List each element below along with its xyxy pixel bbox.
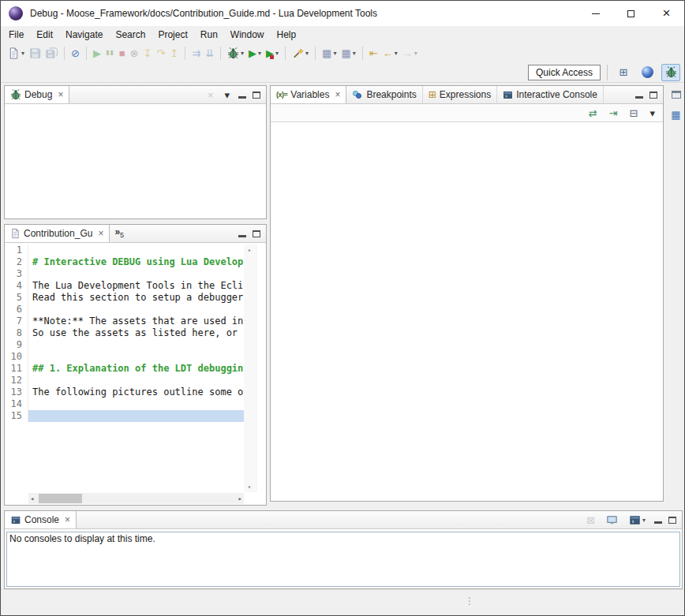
editor-line[interactable]: 8So use the assets as listed here, or bbox=[5, 327, 244, 339]
editor-tab-overflow[interactable]: » 5 bbox=[110, 225, 129, 242]
maximize-view-icon[interactable] bbox=[253, 230, 260, 237]
tab-interactive-console[interactable]: Interactive Console bbox=[497, 86, 604, 103]
save-icon[interactable] bbox=[27, 44, 43, 62]
show-logical-structures-icon[interactable]: ⇄ bbox=[586, 104, 600, 121]
minimize-view-icon[interactable] bbox=[238, 91, 246, 99]
last-edit-location-icon[interactable]: ⇤ bbox=[367, 44, 380, 62]
editor-line[interactable]: 9 bbox=[5, 339, 244, 351]
back-icon[interactable]: ←▾ bbox=[380, 44, 400, 62]
restore-fast-view-icon[interactable] bbox=[669, 86, 683, 103]
scroll-up-icon[interactable]: ▴ bbox=[248, 246, 252, 253]
close-tab-icon[interactable]: × bbox=[65, 514, 70, 525]
close-window-button[interactable]: × bbox=[649, 1, 684, 26]
run-launch-icon[interactable]: ▶▾ bbox=[246, 44, 264, 62]
disconnect-icon[interactable]: ⊗ bbox=[128, 44, 141, 62]
maximize-view-icon[interactable] bbox=[649, 91, 657, 99]
menu-window[interactable]: Window bbox=[224, 28, 271, 42]
editor-line[interactable]: 14 bbox=[5, 398, 244, 410]
lua-perspective-button[interactable] bbox=[638, 64, 657, 81]
external-tools-icon[interactable]: ▶▾ bbox=[264, 44, 281, 62]
maximize-view-icon[interactable] bbox=[668, 517, 676, 524]
editor-horizontal-scrollbar[interactable]: ◂ ▸ bbox=[28, 493, 244, 504]
terminate-icon[interactable]: ■ bbox=[117, 44, 128, 62]
scroll-down-icon[interactable]: ▾ bbox=[248, 483, 252, 491]
menu-help[interactable]: Help bbox=[271, 28, 303, 42]
step-over-icon[interactable]: ↷ bbox=[154, 44, 167, 62]
drop-to-frame-icon[interactable]: ⇊ bbox=[203, 44, 216, 62]
editor-line[interactable]: 13The following pictures outline some o bbox=[5, 386, 244, 398]
scrollbar-thumb[interactable] bbox=[39, 494, 82, 503]
menu-navigate[interactable]: Navigate bbox=[59, 28, 109, 42]
menu-run[interactable]: Run bbox=[194, 28, 224, 42]
suspend-icon[interactable]: ▮▮ bbox=[103, 44, 117, 62]
tab-console[interactable]: Console × bbox=[5, 511, 77, 528]
tab-variables[interactable]: (x)=Variables× bbox=[271, 86, 346, 103]
display-selected-console-icon[interactable] bbox=[604, 511, 620, 528]
save-all-icon[interactable] bbox=[43, 44, 60, 62]
close-tab-icon[interactable]: × bbox=[98, 228, 103, 239]
debug-perspective-button[interactable] bbox=[661, 64, 680, 81]
editor-line[interactable]: 7**Note:** The assets that are used in bbox=[5, 315, 244, 327]
open-console-icon[interactable]: ▾ bbox=[627, 511, 648, 528]
open-task-icon[interactable]: ▾ bbox=[290, 44, 311, 62]
tab-debug[interactable]: Debug × bbox=[5, 86, 69, 103]
step-into-icon[interactable]: ↧ bbox=[141, 44, 155, 62]
forward-icon[interactable]: →▾ bbox=[400, 44, 420, 62]
close-tab-icon[interactable]: × bbox=[335, 89, 340, 100]
dropdown-arrow-icon[interactable]: ▾ bbox=[642, 517, 646, 524]
minimize-view-icon[interactable] bbox=[238, 230, 246, 237]
dropdown-arrow-icon[interactable]: ▾ bbox=[241, 50, 244, 57]
resume-icon[interactable]: ▶ bbox=[91, 44, 103, 62]
show-type-names-icon[interactable]: ⇥ bbox=[607, 104, 620, 121]
editor-line[interactable]: 6 bbox=[5, 304, 244, 315]
view-menu-icon[interactable]: ▾ bbox=[647, 104, 657, 121]
skip-all-breakpoints-icon[interactable]: ⊘ bbox=[69, 44, 82, 62]
editor-line[interactable]: 5Read this section to setup a debugger bbox=[5, 292, 244, 304]
scrollbar-track[interactable] bbox=[34, 493, 238, 504]
scroll-right-icon[interactable]: ▸ bbox=[238, 495, 242, 502]
dropdown-arrow-icon[interactable]: ▾ bbox=[258, 50, 261, 57]
dropdown-arrow-icon[interactable]: ▾ bbox=[395, 50, 398, 57]
use-step-filters-icon[interactable]: ⇉ bbox=[189, 44, 203, 62]
editor-line[interactable]: 2# Interactive DEBUG using Lua Develop bbox=[5, 256, 244, 268]
close-tab-icon[interactable]: × bbox=[58, 89, 63, 100]
annotation-navigation-icon[interactable]: ▦▾ bbox=[339, 44, 357, 62]
remove-all-terminated-icon[interactable]: × bbox=[205, 86, 216, 103]
menu-project[interactable]: Project bbox=[152, 28, 193, 42]
menu-file[interactable]: File bbox=[2, 28, 30, 42]
editor-content[interactable]: 12# Interactive DEBUG using Lua Develop3… bbox=[5, 243, 266, 505]
maximize-view-icon[interactable] bbox=[253, 91, 260, 99]
tab-expressions[interactable]: ⊞Expressions bbox=[423, 86, 497, 103]
editor-line[interactable]: 1 bbox=[5, 245, 244, 256]
minimize-view-icon[interactable] bbox=[654, 517, 662, 524]
editor-line[interactable]: 3 bbox=[5, 268, 244, 280]
step-return-icon[interactable]: ↥ bbox=[167, 44, 181, 62]
collapse-all-icon[interactable]: ⊟ bbox=[627, 104, 641, 121]
tab-contribution-guide[interactable]: Contribution_Gu × bbox=[5, 225, 110, 242]
editor-vertical-scrollbar[interactable]: ▴ ▾ bbox=[244, 245, 255, 492]
editor-line[interactable]: 12 bbox=[5, 375, 244, 386]
open-perspective-icon[interactable]: ⊞ bbox=[614, 64, 633, 81]
view-menu-icon[interactable]: ▾ bbox=[222, 86, 232, 103]
menu-search[interactable]: Search bbox=[109, 28, 152, 42]
editor-line[interactable]: 10 bbox=[5, 351, 244, 363]
debug-launch-icon[interactable]: ▾ bbox=[225, 44, 246, 62]
clear-console-icon[interactable]: ⊠ bbox=[584, 511, 597, 528]
editor-line[interactable]: 4The Lua Development Tools in the Ecli bbox=[5, 280, 244, 292]
new-view-grid-icon[interactable]: ▦▾ bbox=[320, 44, 339, 62]
menu-edit[interactable]: Edit bbox=[30, 28, 59, 42]
dropdown-arrow-icon[interactable]: ▾ bbox=[353, 50, 356, 57]
editor-line[interactable]: 15 bbox=[5, 410, 244, 422]
dropdown-arrow-icon[interactable]: ▾ bbox=[275, 50, 279, 57]
dropdown-arrow-icon[interactable]: ▾ bbox=[305, 50, 309, 57]
quick-access-input[interactable]: Quick Access bbox=[528, 65, 601, 80]
dropdown-arrow-icon[interactable]: ▾ bbox=[21, 50, 24, 57]
minimize-view-icon[interactable] bbox=[635, 91, 643, 99]
statusbar-handle[interactable]: ⋮ bbox=[465, 595, 474, 607]
minimized-view-icon[interactable]: ▦ bbox=[668, 106, 683, 123]
dropdown-arrow-icon[interactable]: ▾ bbox=[414, 50, 417, 57]
editor-line[interactable]: 11## 1. Explanation of the LDT debuggin bbox=[5, 363, 244, 375]
dropdown-arrow-icon[interactable]: ▾ bbox=[333, 50, 336, 57]
minimize-window-button[interactable] bbox=[578, 1, 613, 26]
maximize-window-button[interactable] bbox=[613, 1, 649, 26]
